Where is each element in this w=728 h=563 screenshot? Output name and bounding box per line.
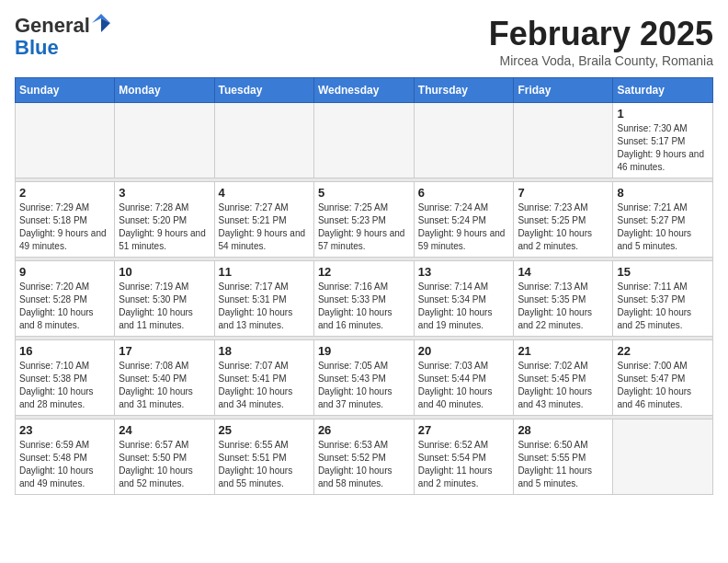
calendar-cell: 22Sunrise: 7:00 AM Sunset: 5:47 PM Dayli… [613, 340, 713, 416]
day-info: Sunrise: 7:17 AM Sunset: 5:31 PM Dayligh… [219, 281, 310, 332]
calendar-cell: 17Sunrise: 7:08 AM Sunset: 5:40 PM Dayli… [115, 340, 214, 416]
day-info: Sunrise: 7:16 AM Sunset: 5:33 PM Dayligh… [318, 281, 410, 332]
calendar-cell: 7Sunrise: 7:23 AM Sunset: 5:25 PM Daylig… [514, 182, 613, 258]
calendar-cell: 1Sunrise: 7:30 AM Sunset: 5:17 PM Daylig… [613, 103, 713, 178]
day-number: 18 [219, 344, 310, 358]
calendar-cell: 5Sunrise: 7:25 AM Sunset: 5:23 PM Daylig… [313, 182, 414, 258]
day-number: 17 [119, 344, 210, 358]
calendar-cell: 24Sunrise: 6:57 AM Sunset: 5:50 PM Dayli… [115, 419, 214, 495]
day-info: Sunrise: 7:27 AM Sunset: 5:21 PM Dayligh… [219, 201, 310, 253]
calendar-cell: 11Sunrise: 7:17 AM Sunset: 5:31 PM Dayli… [214, 261, 313, 337]
day-info: Sunrise: 7:28 AM Sunset: 5:20 PM Dayligh… [119, 201, 210, 253]
title-block: February 2025 Mircea Voda, Braila County… [489, 15, 713, 68]
day-number: 4 [219, 186, 310, 200]
day-info: Sunrise: 7:02 AM Sunset: 5:45 PM Dayligh… [518, 360, 609, 411]
calendar-week-row: 23Sunrise: 6:59 AM Sunset: 5:48 PM Dayli… [16, 419, 713, 495]
day-number: 16 [19, 344, 110, 358]
calendar-table: SundayMondayTuesdayWednesdayThursdayFrid… [15, 77, 713, 495]
day-info: Sunrise: 7:05 AM Sunset: 5:43 PM Dayligh… [318, 360, 410, 411]
calendar-header-thursday: Thursday [414, 78, 514, 103]
day-number: 9 [19, 265, 110, 279]
calendar-cell [414, 103, 514, 178]
calendar-cell: 25Sunrise: 6:55 AM Sunset: 5:51 PM Dayli… [214, 419, 313, 495]
day-info: Sunrise: 7:03 AM Sunset: 5:44 PM Dayligh… [418, 360, 510, 411]
calendar-cell: 4Sunrise: 7:27 AM Sunset: 5:21 PM Daylig… [214, 182, 313, 258]
day-number: 26 [318, 423, 410, 437]
logo-general-text: General [15, 14, 90, 37]
day-number: 12 [318, 265, 410, 279]
day-number: 3 [119, 186, 210, 200]
day-info: Sunrise: 7:29 AM Sunset: 5:18 PM Dayligh… [19, 201, 110, 253]
day-info: Sunrise: 7:14 AM Sunset: 5:34 PM Dayligh… [418, 281, 510, 332]
day-number: 13 [418, 265, 510, 279]
day-info: Sunrise: 7:23 AM Sunset: 5:25 PM Dayligh… [518, 201, 609, 253]
day-info: Sunrise: 6:59 AM Sunset: 5:48 PM Dayligh… [19, 439, 110, 490]
calendar-cell: 6Sunrise: 7:24 AM Sunset: 5:24 PM Daylig… [414, 182, 514, 258]
location-text: Mircea Voda, Braila County, Romania [489, 53, 713, 68]
day-info: Sunrise: 7:13 AM Sunset: 5:35 PM Dayligh… [518, 281, 609, 332]
day-info: Sunrise: 7:24 AM Sunset: 5:24 PM Dayligh… [418, 201, 510, 253]
calendar-header-wednesday: Wednesday [313, 78, 414, 103]
day-number: 21 [518, 344, 609, 358]
day-info: Sunrise: 7:19 AM Sunset: 5:30 PM Dayligh… [119, 281, 210, 332]
calendar-cell [115, 103, 214, 178]
calendar-cell [514, 103, 613, 178]
day-number: 8 [617, 186, 709, 200]
day-info: Sunrise: 7:11 AM Sunset: 5:37 PM Dayligh… [617, 281, 709, 332]
calendar-week-row: 2Sunrise: 7:29 AM Sunset: 5:18 PM Daylig… [16, 182, 713, 258]
logo-icon [92, 14, 110, 32]
calendar-cell: 15Sunrise: 7:11 AM Sunset: 5:37 PM Dayli… [613, 261, 713, 337]
page-header: General Blue February 2025 Mircea Voda, … [15, 15, 713, 68]
calendar-header-monday: Monday [115, 78, 214, 103]
logo-blue-text: Blue [15, 36, 59, 59]
calendar-cell: 13Sunrise: 7:14 AM Sunset: 5:34 PM Dayli… [414, 261, 514, 337]
day-number: 6 [418, 186, 510, 200]
calendar-cell: 21Sunrise: 7:02 AM Sunset: 5:45 PM Dayli… [514, 340, 613, 416]
month-title: February 2025 [489, 15, 713, 53]
calendar-cell [16, 103, 115, 178]
calendar-cell: 23Sunrise: 6:59 AM Sunset: 5:48 PM Dayli… [16, 419, 115, 495]
day-info: Sunrise: 6:52 AM Sunset: 5:54 PM Dayligh… [418, 439, 510, 490]
day-info: Sunrise: 7:00 AM Sunset: 5:47 PM Dayligh… [617, 360, 709, 411]
day-number: 14 [518, 265, 609, 279]
day-info: Sunrise: 6:50 AM Sunset: 5:55 PM Dayligh… [518, 439, 609, 490]
day-number: 25 [219, 423, 310, 437]
day-number: 20 [418, 344, 510, 358]
calendar-cell [214, 103, 313, 178]
day-number: 1 [617, 107, 709, 121]
calendar-week-row: 1Sunrise: 7:30 AM Sunset: 5:17 PM Daylig… [16, 103, 713, 178]
calendar-cell: 19Sunrise: 7:05 AM Sunset: 5:43 PM Dayli… [313, 340, 414, 416]
day-number: 15 [617, 265, 709, 279]
calendar-cell [613, 419, 713, 495]
calendar-cell: 3Sunrise: 7:28 AM Sunset: 5:20 PM Daylig… [115, 182, 214, 258]
calendar-header-friday: Friday [514, 78, 613, 103]
calendar-cell: 26Sunrise: 6:53 AM Sunset: 5:52 PM Dayli… [313, 419, 414, 495]
day-info: Sunrise: 7:30 AM Sunset: 5:17 PM Dayligh… [617, 122, 709, 174]
calendar-cell: 10Sunrise: 7:19 AM Sunset: 5:30 PM Dayli… [115, 261, 214, 337]
calendar-header-row: SundayMondayTuesdayWednesdayThursdayFrid… [16, 78, 713, 103]
day-number: 7 [518, 186, 609, 200]
day-info: Sunrise: 6:55 AM Sunset: 5:51 PM Dayligh… [219, 439, 310, 490]
day-number: 10 [119, 265, 210, 279]
day-number: 2 [19, 186, 110, 200]
day-number: 22 [617, 344, 709, 358]
calendar-cell: 14Sunrise: 7:13 AM Sunset: 5:35 PM Dayli… [514, 261, 613, 337]
day-info: Sunrise: 6:57 AM Sunset: 5:50 PM Dayligh… [119, 439, 210, 490]
day-number: 23 [19, 423, 110, 437]
day-number: 5 [318, 186, 410, 200]
day-info: Sunrise: 7:21 AM Sunset: 5:27 PM Dayligh… [617, 201, 709, 253]
day-number: 24 [119, 423, 210, 437]
day-info: Sunrise: 7:20 AM Sunset: 5:28 PM Dayligh… [19, 281, 110, 332]
calendar-cell: 9Sunrise: 7:20 AM Sunset: 5:28 PM Daylig… [16, 261, 115, 337]
calendar-cell: 16Sunrise: 7:10 AM Sunset: 5:38 PM Dayli… [16, 340, 115, 416]
calendar-cell: 8Sunrise: 7:21 AM Sunset: 5:27 PM Daylig… [613, 182, 713, 258]
logo: General Blue [15, 15, 110, 59]
day-info: Sunrise: 6:53 AM Sunset: 5:52 PM Dayligh… [318, 439, 410, 490]
calendar-cell: 27Sunrise: 6:52 AM Sunset: 5:54 PM Dayli… [414, 419, 514, 495]
day-info: Sunrise: 7:10 AM Sunset: 5:38 PM Dayligh… [19, 360, 110, 411]
calendar-cell: 18Sunrise: 7:07 AM Sunset: 5:41 PM Dayli… [214, 340, 313, 416]
day-number: 27 [418, 423, 510, 437]
day-number: 19 [318, 344, 410, 358]
calendar-cell: 20Sunrise: 7:03 AM Sunset: 5:44 PM Dayli… [414, 340, 514, 416]
day-number: 28 [518, 423, 609, 437]
